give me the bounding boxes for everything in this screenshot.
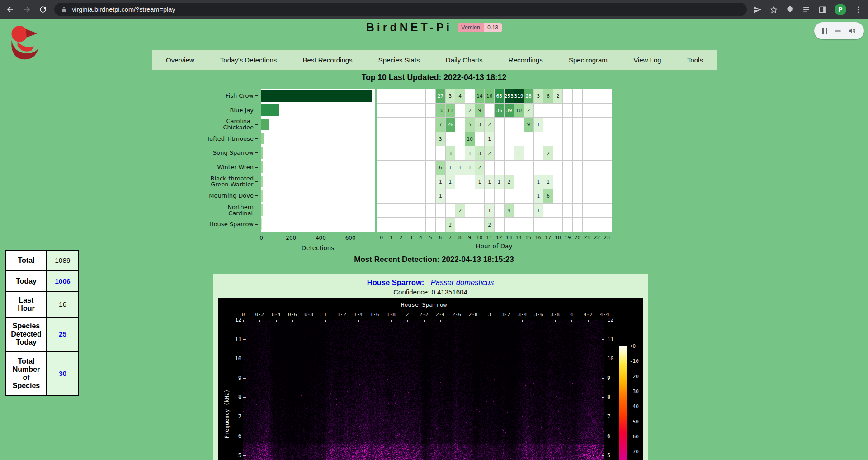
- nav-item-best-recordings[interactable]: Best Recordings: [303, 56, 353, 64]
- side-panel-icon[interactable]: [818, 5, 827, 14]
- heatmap-cell: [563, 189, 573, 204]
- heatmap-cell: 6: [436, 161, 446, 175]
- heatmap-cell: [406, 189, 416, 204]
- db-tick: -30: [630, 388, 639, 394]
- species-label: NorthernCardinal: [159, 203, 258, 218]
- heatmap-cell: [416, 132, 426, 147]
- freq-tick-left: 6: [224, 433, 241, 439]
- freq-tick-left: 8: [224, 394, 241, 400]
- heatmap-cell: [406, 161, 416, 175]
- hour-axis-tick: 10: [476, 235, 483, 241]
- heatmap-cell: 1: [475, 175, 485, 190]
- heatmap-cell: 2: [553, 89, 563, 104]
- bar-axis-tick: 200: [286, 235, 296, 241]
- bar-axis-tick: 400: [316, 235, 326, 241]
- back-icon[interactable]: [5, 5, 15, 14]
- seek-bar[interactable]: [835, 30, 841, 32]
- hour-axis-tick: 15: [525, 235, 532, 241]
- heatmap-cell: 1: [465, 161, 475, 175]
- heatmap-cell: [573, 189, 583, 204]
- bar-plot: [261, 89, 375, 232]
- hour-axis-tick: 20: [574, 235, 580, 241]
- heatmap-cell: [543, 118, 553, 132]
- browser-action-icons: P: [753, 4, 863, 15]
- menu-kebab-icon[interactable]: [854, 5, 863, 14]
- heatmap-cell: [505, 132, 514, 147]
- heatmap-cell: [514, 204, 524, 218]
- reading-list-icon[interactable]: [802, 5, 811, 14]
- heatmap-cell: [455, 218, 465, 232]
- detection-common-name-link[interactable]: House Sparrow:: [367, 278, 425, 286]
- volume-icon[interactable]: [848, 27, 856, 35]
- bookmark-star-icon[interactable]: [769, 5, 778, 14]
- heatmap-cell: [475, 132, 485, 147]
- stats-label: Total Number of Species: [6, 352, 47, 395]
- heatmap-cell: [377, 89, 387, 104]
- profile-avatar[interactable]: P: [835, 4, 846, 15]
- audio-player[interactable]: [814, 22, 864, 39]
- detection-scientific-name-link[interactable]: Passer domesticus: [431, 278, 494, 286]
- heatmap-cell: [485, 189, 495, 204]
- site-lock-icon[interactable]: [61, 6, 67, 13]
- hour-axis-tick: 6: [439, 235, 442, 241]
- heatmap-cell: [436, 218, 446, 232]
- heatmap-cell: [553, 161, 563, 175]
- db-tick: -50: [630, 418, 639, 424]
- hour-axis-tick: 18: [555, 235, 561, 241]
- heatmap-cell: [553, 189, 563, 204]
- heatmap-cell: [543, 132, 553, 147]
- heatmap-cell: [514, 161, 524, 175]
- heatmap-cell: [377, 218, 387, 232]
- species-label: Fish Crow: [159, 89, 258, 103]
- heatmap-cell: [563, 146, 573, 161]
- heatmap-cell: [592, 118, 602, 132]
- heatmap-cell: [534, 218, 544, 232]
- nav-item-daily-charts[interactable]: Daily Charts: [446, 56, 483, 64]
- heatmap-cell: 14: [475, 89, 485, 104]
- heatmap-cell: 1: [446, 175, 456, 190]
- heatmap-cell: 1: [436, 175, 446, 190]
- heatmap-cell: 10: [465, 132, 475, 147]
- heatmap-cell: 1: [485, 204, 495, 218]
- extensions-icon[interactable]: [786, 5, 794, 14]
- heatmap-cell: [426, 218, 436, 232]
- species-axis: Fish CrowBlue JayCarolinaChickadeeTufted…: [159, 89, 258, 232]
- stats-value-link[interactable]: 30: [47, 352, 78, 395]
- heatmap-cell: 27: [436, 89, 446, 104]
- reload-icon[interactable]: [38, 5, 48, 14]
- heatmap-cell: [426, 132, 436, 147]
- heatmap-cell: [583, 146, 593, 161]
- url-text[interactable]: virginia.birdnetpi.com/?stream=play: [72, 6, 175, 13]
- forward-icon[interactable]: [22, 5, 32, 14]
- nav-item-view-log[interactable]: View Log: [633, 56, 661, 64]
- pause-button[interactable]: [822, 28, 827, 34]
- freq-tick-right: 12: [607, 317, 613, 323]
- freq-tick-right: 10: [607, 356, 613, 362]
- address-bar[interactable]: virginia.birdnetpi.com/?stream=play: [54, 3, 747, 16]
- stats-value-link[interactable]: 1006: [47, 271, 78, 291]
- heatmap-cell: [377, 189, 387, 204]
- nav-item-overview[interactable]: Overview: [166, 56, 194, 64]
- heatmap-cell: 10: [514, 104, 524, 118]
- stats-value-link[interactable]: 25: [47, 318, 78, 351]
- heatmap-cell: [396, 189, 406, 204]
- heatmap-cell: [563, 204, 573, 218]
- heatmap-cell: [573, 204, 583, 218]
- nav-item-tools[interactable]: Tools: [687, 56, 703, 64]
- heatmap-cell: [465, 218, 475, 232]
- nav-item-species-stats[interactable]: Species Stats: [378, 56, 420, 64]
- share-icon[interactable]: [753, 5, 762, 14]
- heatmap-cell: 3: [534, 89, 544, 104]
- heatmap-cell: [563, 89, 573, 104]
- heatmap-cell: [406, 175, 416, 190]
- time-tick: 1·8: [387, 312, 396, 318]
- heatmap-cell: [416, 204, 426, 218]
- heatmap-cell: [524, 132, 534, 147]
- nav-item-today-s-detections[interactable]: Today's Detections: [220, 56, 277, 64]
- heatmap-cell: [465, 175, 475, 190]
- nav-item-spectrogram[interactable]: Spectrogram: [569, 56, 608, 64]
- time-tick: 0·4: [272, 312, 281, 318]
- nav-item-recordings[interactable]: Recordings: [509, 56, 543, 64]
- hour-axis-tick: 14: [515, 235, 522, 241]
- heatmap-cell: [377, 161, 387, 175]
